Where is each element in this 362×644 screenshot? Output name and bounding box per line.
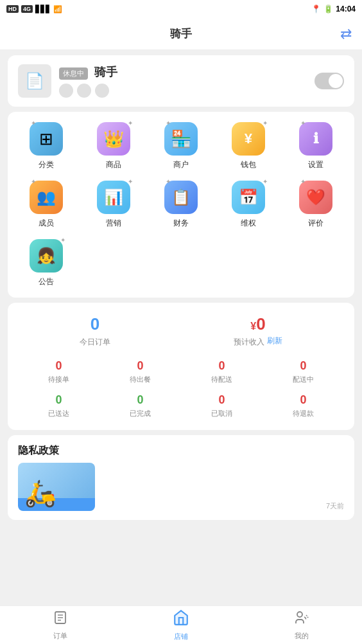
rider-status-tag: 休息中	[59, 67, 88, 80]
stats-grid: 0 待接单 0 待出餐 0 待配送 0 配送中 0 已送达	[18, 359, 344, 418]
sparkle-icon: ✦	[263, 178, 268, 185]
caiwu-icon-wrap: 📋 ✦	[164, 181, 198, 214]
rider-info: 休息中 骑手	[59, 64, 307, 98]
waiting-meal-value: 0	[99, 359, 181, 373]
switch-icon[interactable]: ⇄	[340, 26, 352, 42]
sparkle-icon: ✦	[31, 178, 65, 185]
sparkle-icon: ✦	[60, 237, 65, 244]
weiquan-icon: 📅	[239, 188, 258, 206]
menu-label-gonggao: 公告	[39, 276, 54, 287]
menu-item-caiwu[interactable]: 📋 ✦ 财务	[148, 181, 215, 229]
stats-completed: 0 已完成	[99, 393, 181, 418]
stats-cancelled: 0 已取消	[181, 393, 263, 418]
menu-item-yingxiao[interactable]: 📊 ✦ 营销	[80, 181, 148, 229]
sparkle-icon: ✦	[166, 178, 200, 185]
cancelled-label: 已取消	[181, 409, 263, 418]
header: 骑手 ⇄	[0, 18, 362, 50]
gonggao-icon-wrap: 👧 ✦	[30, 239, 63, 273]
menu-label-fenlei: 分类	[39, 159, 54, 170]
yingxiao-icon-wrap: 📊 ✦	[97, 181, 130, 214]
stats-waiting-accept: 0 待接单	[18, 359, 99, 384]
qianbao-icon: ¥	[245, 130, 252, 147]
privacy-title: 隐私政策	[18, 444, 95, 458]
app-root: HD 4G ▋▋▋ 📶 📍 🔋 14:04 骑手 ⇄ 📄 休息中 骑手	[0, 0, 362, 569]
time-display: 14:04	[336, 4, 356, 13]
location-icon: 📍	[311, 4, 321, 13]
status-left: HD 4G ▋▋▋ 📶	[6, 5, 62, 13]
rider-name: 骑手	[94, 66, 117, 78]
privacy-image: 🛵	[18, 463, 95, 511]
scooter-icon: 🛵	[24, 478, 56, 508]
nav-item-shop[interactable]: 店铺	[121, 609, 241, 641]
page-title: 骑手	[170, 26, 192, 41]
shanghu-icon: 🏪	[171, 129, 191, 149]
waiting-delivery-label: 待配送	[181, 375, 263, 384]
sparkle-icon: ✦	[300, 178, 335, 185]
menu-item-fenlei[interactable]: ⊞ ✦ 分类	[13, 122, 80, 170]
nav-item-orders[interactable]: 订单	[0, 610, 121, 641]
dot-3	[95, 84, 109, 98]
income-value: 0	[256, 314, 265, 334]
sparkle-icon: ✦	[300, 120, 335, 127]
menu-section: ⊞ ✦ 分类 👑 ✦ 商品 🏪 ✦	[8, 112, 354, 298]
menu-item-chengyuan[interactable]: 👥 ✦ 成员	[13, 181, 80, 229]
hd-badge: HD	[6, 5, 19, 13]
menu-item-shangpin[interactable]: 👑 ✦ 商品	[80, 122, 148, 170]
qianbao-icon-wrap: ¥ ✦	[232, 122, 265, 156]
menu-item-shezhi[interactable]: ℹ ✦ 设置	[282, 122, 349, 170]
menu-label-caiwu: 财务	[173, 218, 189, 229]
waiting-meal-label: 待出餐	[99, 375, 181, 384]
rider-toggle[interactable]	[315, 73, 344, 89]
pingjia-icon-wrap: ❤️ ✦	[299, 181, 332, 214]
menu-item-weiquan[interactable]: 📅 ✦ 维权	[214, 181, 282, 229]
battery-icon: 🔋	[323, 4, 333, 13]
privacy-time: 7天前	[326, 501, 344, 511]
shangpin-icon: 👑	[103, 129, 124, 149]
menu-label-weiquan: 维权	[241, 218, 256, 229]
shezhi-icon-wrap: ℹ ✦	[299, 122, 332, 156]
status-right: 📍 🔋 14:04	[311, 4, 356, 13]
expected-income-item: ¥0 预计收入 刷新	[234, 314, 282, 348]
waiting-accept-value: 0	[18, 359, 99, 373]
refund-pending-label: 待退款	[263, 409, 344, 418]
network-badge: 4G	[21, 5, 33, 13]
menu-item-pingjia[interactable]: ❤️ ✦ 评价	[282, 181, 349, 229]
refresh-button[interactable]: 刷新	[267, 335, 282, 346]
pingjia-icon: ❤️	[306, 188, 325, 206]
today-orders-item: 0 今日订单	[80, 314, 110, 348]
shezhi-icon: ℹ	[313, 130, 318, 147]
stats-section: 0 今日订单 ¥0 预计收入 刷新 0 待接单	[8, 303, 354, 430]
rider-card: 📄 休息中 骑手	[8, 55, 354, 107]
chengyuan-icon-wrap: 👥 ✦	[30, 181, 63, 214]
cancelled-value: 0	[181, 393, 263, 407]
menu-label-qianbao: 钱包	[241, 159, 256, 170]
wifi-icon: 📶	[53, 5, 62, 13]
bottom-nav: 订单 店铺 我的	[0, 605, 362, 644]
stats-delivered: 0 已送达	[18, 393, 99, 418]
nav-item-mine[interactable]: 我的	[241, 610, 362, 641]
waiting-delivery-value: 0	[181, 359, 263, 373]
gonggao-icon: 👧	[37, 247, 56, 265]
sparkle-icon: ✦	[128, 178, 133, 185]
shop-nav-icon	[173, 609, 189, 630]
menu-grid: ⊞ ✦ 分类 👑 ✦ 商品 🏪 ✦	[13, 122, 349, 287]
delivered-value: 0	[18, 393, 99, 407]
menu-item-qianbao[interactable]: ¥ ✦ 钱包	[214, 122, 282, 170]
menu-label-shezhi: 设置	[308, 159, 323, 170]
income-label: 预计收入	[234, 337, 264, 348]
yuan-symbol: ¥	[250, 321, 256, 332]
completed-label: 已完成	[99, 409, 181, 418]
menu-label-shangpin: 商品	[106, 159, 121, 170]
delivered-label: 已送达	[18, 409, 99, 418]
privacy-left: 隐私政策 🛵	[18, 444, 95, 511]
menu-item-shanghu[interactable]: 🏪 ✦ 商户	[148, 122, 215, 170]
shangpin-icon-wrap: 👑 ✦	[97, 122, 130, 156]
menu-item-gonggao[interactable]: 👧 ✦ 公告	[13, 239, 80, 287]
delivering-label: 配送中	[263, 375, 344, 384]
stats-top: 0 今日订单 ¥0 预计收入 刷新	[18, 314, 344, 348]
waiting-accept-label: 待接单	[18, 375, 99, 384]
mine-nav-icon	[294, 610, 309, 629]
today-orders-label: 今日订单	[80, 337, 110, 348]
privacy-card[interactable]: 隐私政策 🛵 7天前	[8, 435, 354, 520]
caiwu-icon: 📋	[171, 188, 191, 206]
